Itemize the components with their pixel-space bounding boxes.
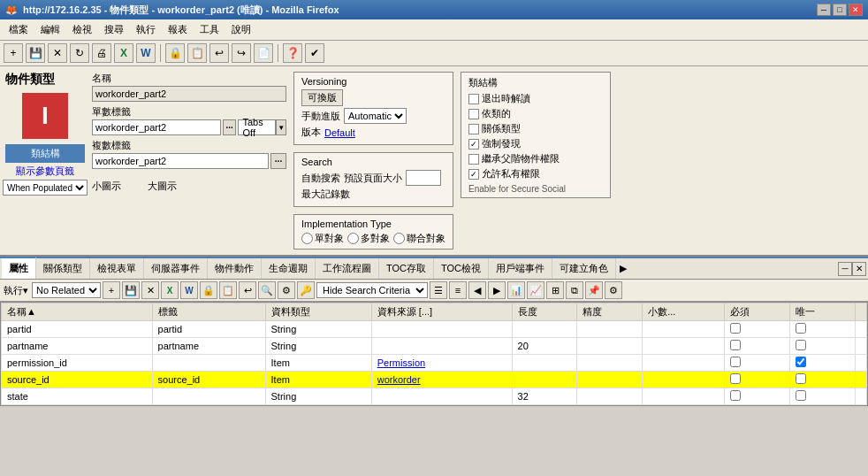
cell-required[interactable] <box>725 338 790 355</box>
cell-unique[interactable] <box>790 321 856 338</box>
union-object-radio[interactable] <box>393 233 405 244</box>
col-name[interactable]: 名稱▲ <box>2 303 153 321</box>
tab-object-actions[interactable]: 物件動作 <box>208 258 262 279</box>
sub-key-button[interactable]: 🔑 <box>297 281 315 299</box>
plural-dots-button[interactable]: ··· <box>270 153 286 169</box>
menu-tools[interactable]: 工具 <box>194 21 225 38</box>
tab-workflow[interactable]: 工作流程圖 <box>316 258 379 279</box>
sub-delete-button[interactable]: ✕ <box>141 281 159 299</box>
menu-run[interactable]: 執行 <box>131 21 161 38</box>
sub-nav-prev-button[interactable]: ◀ <box>468 281 486 299</box>
exec-label[interactable]: 執行▾ <box>4 284 28 297</box>
cell-name[interactable]: partname <box>2 338 153 355</box>
print-button[interactable]: 🖨 <box>92 43 111 63</box>
menu-report[interactable]: 報表 <box>163 21 193 38</box>
cell-unique[interactable] <box>790 355 856 372</box>
sub-search-button[interactable]: 🔍 <box>258 281 276 299</box>
tab-server-events[interactable]: 伺服器事件 <box>144 258 208 279</box>
sub-more-button[interactable]: ⊞ <box>546 281 564 299</box>
tab-toc-view[interactable]: TOC檢視 <box>434 258 489 279</box>
cell-name[interactable]: permission_id <box>2 355 153 372</box>
sub-lock-button[interactable]: 🔒 <box>200 281 217 299</box>
refresh-button[interactable]: ↻ <box>70 43 89 63</box>
tab-client-events[interactable]: 用戶端事件 <box>489 258 552 279</box>
lock-button[interactable]: 🔒 <box>165 43 185 63</box>
manual-select[interactable]: Automatic <box>344 108 407 124</box>
word-button[interactable]: W <box>136 43 156 63</box>
cell-name[interactable]: partid <box>2 321 153 338</box>
cell-name[interactable]: state <box>2 388 153 405</box>
menu-help[interactable]: 說明 <box>226 21 256 38</box>
sub-undo-button[interactable]: ↩ <box>239 281 256 299</box>
sub-search2-button[interactable]: ⚙ <box>278 281 295 299</box>
col-source[interactable]: 資料來源 [...] <box>371 303 512 321</box>
multi-object-radio[interactable] <box>347 233 359 244</box>
sub-copy-button[interactable]: 📋 <box>219 281 237 299</box>
cell-required[interactable] <box>725 355 790 372</box>
tab-creatable-roles[interactable]: 可建立角色 <box>552 258 616 279</box>
sub-report-button[interactable]: 📊 <box>507 281 525 299</box>
tabs-off-dropdown[interactable]: ▼ <box>276 119 286 135</box>
tab-lifecycle[interactable]: 生命週期 <box>262 258 316 279</box>
single-object-radio[interactable] <box>301 233 313 244</box>
cs-checkbox-1[interactable] <box>468 109 479 119</box>
single-input[interactable] <box>92 119 221 135</box>
maximize-button[interactable]: □ <box>833 4 847 16</box>
tab-more-button[interactable]: ▶ <box>616 259 630 278</box>
cell-unique[interactable] <box>790 338 856 355</box>
name-input[interactable] <box>92 86 286 102</box>
sub-excel-button[interactable]: X <box>161 281 179 299</box>
cs-checkbox-2[interactable] <box>468 124 479 134</box>
minimize-button[interactable]: ─ <box>817 4 831 16</box>
sub-nav-next-button[interactable]: ▶ <box>488 281 506 299</box>
add-button[interactable]: + <box>4 43 23 63</box>
sub-graph-button[interactable]: 📈 <box>527 281 544 299</box>
cell-source[interactable]: workorder <box>371 372 512 388</box>
display-params-link[interactable]: 顯示參數頁籤 <box>16 165 74 178</box>
menu-file[interactable]: 檔案 <box>4 21 34 38</box>
sub-detail-button[interactable]: ≡ <box>449 281 467 299</box>
close-button[interactable]: ✕ <box>849 4 863 16</box>
tab-view-forms[interactable]: 檢視表單 <box>90 258 144 279</box>
cell-unique[interactable] <box>790 388 856 405</box>
tab-attributes[interactable]: 屬性 <box>2 257 36 279</box>
col-unique[interactable]: 唯一 <box>790 303 856 321</box>
col-decimal[interactable]: 小數... <box>643 303 725 321</box>
undo-button[interactable]: ↩ <box>209 43 229 63</box>
delete-button[interactable]: ✕ <box>48 43 67 63</box>
tab-minimize-button[interactable]: ─ <box>838 262 852 276</box>
cs-checkbox-3[interactable] <box>468 139 479 150</box>
cell-unique[interactable] <box>790 372 856 388</box>
when-populated-select[interactable]: When Populated <box>3 180 88 196</box>
sub-settings-button[interactable]: ⚙ <box>605 281 622 299</box>
help-button[interactable]: ❓ <box>283 43 302 63</box>
page-button[interactable]: 📄 <box>254 43 273 63</box>
cell-required[interactable] <box>725 388 790 405</box>
col-required[interactable]: 必須 <box>725 303 790 321</box>
excel-button[interactable]: X <box>114 43 133 63</box>
col-length[interactable]: 長度 <box>512 303 577 321</box>
page-size-input[interactable] <box>406 170 441 186</box>
cell-required[interactable] <box>725 321 790 338</box>
single-dots-button[interactable]: ··· <box>223 119 236 135</box>
cs-checkbox-4[interactable] <box>468 154 479 165</box>
cs-checkbox-5[interactable] <box>468 169 479 180</box>
col-label[interactable]: 標籤 <box>152 303 265 321</box>
menu-search[interactable]: 搜尋 <box>99 21 129 38</box>
sub-copy2-button[interactable]: ⧉ <box>566 281 583 299</box>
menu-edit[interactable]: 編輯 <box>35 21 65 38</box>
no-related-select[interactable]: No Related <box>32 282 101 298</box>
cell-name[interactable]: source_id <box>2 372 153 388</box>
col-precision[interactable]: 精度 <box>577 303 643 321</box>
cell-source[interactable]: Permission <box>371 355 512 372</box>
plural-input[interactable] <box>92 153 269 169</box>
sub-list-button[interactable]: ☰ <box>430 281 447 299</box>
tab-toc-access[interactable]: TOC存取 <box>379 258 434 279</box>
tab-relation-types[interactable]: 關係類型 <box>36 258 90 279</box>
cell-required[interactable] <box>725 372 790 388</box>
save-button[interactable]: 💾 <box>26 43 45 63</box>
releasable-button[interactable]: 可換版 <box>301 89 343 106</box>
menu-view[interactable]: 檢視 <box>67 21 97 38</box>
version-link[interactable]: Default <box>324 127 355 138</box>
copy-button[interactable]: 📋 <box>187 43 207 63</box>
